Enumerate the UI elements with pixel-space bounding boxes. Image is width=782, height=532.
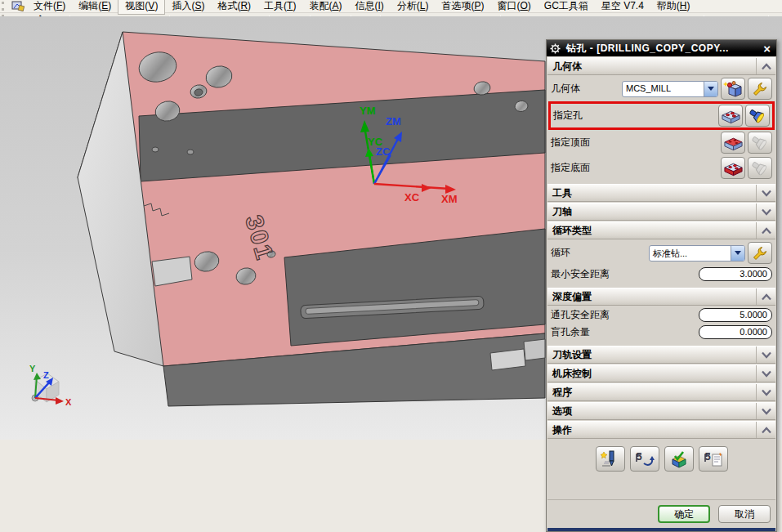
section-actions[interactable]: 操作 [547, 421, 775, 439]
section-path-settings[interactable]: 刀轨设置 [547, 346, 775, 364]
dialog-resize-edge[interactable] [547, 528, 775, 531]
triad-label-y: Y [29, 364, 36, 373]
menu-window[interactable]: 窗口(O) [490, 0, 537, 14]
menu-help[interactable]: 帮助(H) [650, 0, 697, 14]
dialog-title: 钻孔 - [DRILLING_COPY_COPY... [563, 42, 758, 56]
menu-file[interactable]: 文件(F) [27, 0, 72, 14]
chevron-up-icon[interactable] [756, 288, 775, 305]
geometry-label: 几何体 [551, 82, 622, 96]
chevron-down-icon[interactable] [756, 346, 775, 363]
specify-bottom-label: 指定底面 [551, 161, 718, 175]
chevron-up-icon[interactable] [756, 222, 775, 239]
through-clearance-row: 通孔安全距离 5.0000 [547, 306, 775, 324]
chevron-up-icon[interactable] [756, 58, 775, 74]
menu-view[interactable]: 视图(V) [118, 0, 165, 15]
bottom-flashlight-button[interactable] [748, 157, 772, 179]
select-top-button[interactable] [721, 132, 745, 154]
edit-geometry-button[interactable] [748, 78, 772, 100]
min-clearance-label: 最小安全距离 [551, 267, 699, 281]
menu-analysis[interactable]: 分析(L) [391, 0, 436, 14]
min-clearance-field[interactable]: 3.0000 [699, 267, 772, 281]
menu-gc-toolbox[interactable]: GC工具箱 [538, 0, 595, 14]
cycle-combo[interactable]: 标准钻... [649, 245, 745, 262]
specify-bottom-row: 指定底面 [547, 155, 775, 184]
menu-information[interactable]: 信息(I) [348, 0, 390, 14]
new-geometry-button[interactable] [721, 78, 745, 100]
chevron-down-icon[interactable] [756, 384, 775, 400]
part-301[interactable]: 301 [78, 32, 545, 406]
menu-insert[interactable]: 插入(S) [165, 0, 211, 14]
through-clearance-label: 通孔安全距离 [551, 308, 699, 322]
section-depth-offset[interactable]: 深度偏置 [547, 288, 775, 306]
axis-label-xm: XM [441, 193, 458, 205]
chevron-down-icon[interactable] [756, 185, 775, 201]
drilling-dialog: 钻孔 - [DRILLING_COPY_COPY... × 几何体 几何体 MC… [546, 39, 777, 532]
cancel-button[interactable]: 取消 [718, 505, 771, 523]
axis-label-zm: ZM [386, 115, 401, 127]
min-clearance-row: 最小安全距离 3.0000 [547, 266, 775, 288]
section-program[interactable]: 程序 [547, 383, 775, 401]
geometry-combo[interactable]: MCS_MILL [622, 81, 718, 97]
dialog-footer: 确定 取消 [547, 499, 775, 528]
blind-stock-row: 盲孔余量 0.0000 [547, 324, 775, 346]
chevron-down-icon[interactable] [756, 203, 775, 220]
axis-label-zc: ZC [376, 145, 391, 158]
combo-arrow-icon[interactable] [731, 246, 744, 261]
generate-toolpath-button[interactable] [596, 446, 625, 472]
chevron-down-icon[interactable] [756, 403, 775, 419]
actions-row: 5 5 [547, 440, 775, 480]
chevron-down-icon[interactable] [756, 365, 775, 382]
menu-tools[interactable]: 工具(T) [257, 0, 302, 14]
specify-holes-row: 指定孔 [548, 101, 775, 130]
verify-toolpath-button[interactable] [664, 446, 694, 472]
axis-label-ym: YM [360, 105, 376, 117]
triad-label-z: Z [43, 370, 49, 380]
dialog-gear-icon[interactable] [547, 43, 563, 54]
triad-label-x: X [65, 397, 72, 407]
blind-stock-label: 盲孔余量 [551, 325, 699, 339]
app-icon [11, 1, 25, 11]
section-tool-axis[interactable]: 刀轴 [547, 203, 775, 221]
menu-edit[interactable]: 编辑(E) [72, 0, 118, 14]
menu-assemblies[interactable]: 装配(A) [302, 0, 348, 14]
section-cycle-type[interactable]: 循环类型 [547, 221, 775, 239]
geometry-value: MCS_MILL [623, 82, 704, 96]
geometry-row: 几何体 MCS_MILL [547, 76, 775, 101]
cycle-label: 循环 [551, 246, 649, 260]
menu-preferences[interactable]: 首选项(P) [435, 0, 490, 14]
menu-bar: 文件(F) 编辑(E) 视图(V) 插入(S) 格式(R) 工具(T) 装配(A… [0, 0, 782, 13]
specify-top-row: 指定顶面 [547, 130, 775, 155]
chevron-up-icon[interactable] [756, 422, 775, 438]
cycle-row: 循环 标准钻... [547, 240, 775, 266]
section-tool[interactable]: 工具 [547, 184, 775, 202]
cycle-value: 标准钻... [650, 246, 731, 261]
section-geometry[interactable]: 几何体 [547, 57, 775, 75]
close-icon[interactable]: × [758, 41, 776, 56]
view-triad: Y Z X [29, 364, 72, 407]
replay-toolpath-button[interactable]: 5 [630, 446, 659, 472]
menu-xingkong[interactable]: 星空 V7.4 [595, 0, 650, 14]
select-bottom-button[interactable] [721, 157, 745, 179]
specify-holes-label: 指定孔 [553, 109, 716, 123]
edit-cycle-button[interactable] [748, 242, 772, 264]
specify-top-label: 指定顶面 [551, 136, 718, 150]
combo-arrow-icon[interactable] [704, 82, 717, 96]
through-clearance-field[interactable]: 5.0000 [699, 308, 772, 322]
section-machine-control[interactable]: 机床控制 [547, 364, 775, 382]
holes-flashlight-button[interactable] [745, 105, 770, 127]
top-flashlight-button[interactable] [748, 132, 772, 154]
blind-stock-field[interactable]: 0.0000 [699, 325, 772, 339]
section-options[interactable]: 选项 [547, 402, 775, 420]
toolbar-grip[interactable] [2, 2, 7, 11]
axis-label-xc: XC [404, 191, 420, 203]
dialog-titlebar[interactable]: 钻孔 - [DRILLING_COPY_COPY... × [547, 40, 776, 56]
select-holes-button[interactable] [718, 105, 743, 127]
ok-button[interactable]: 确定 [658, 505, 710, 523]
menu-format[interactable]: 格式(R) [211, 0, 257, 14]
list-toolpath-button[interactable]: 5 [699, 446, 728, 472]
